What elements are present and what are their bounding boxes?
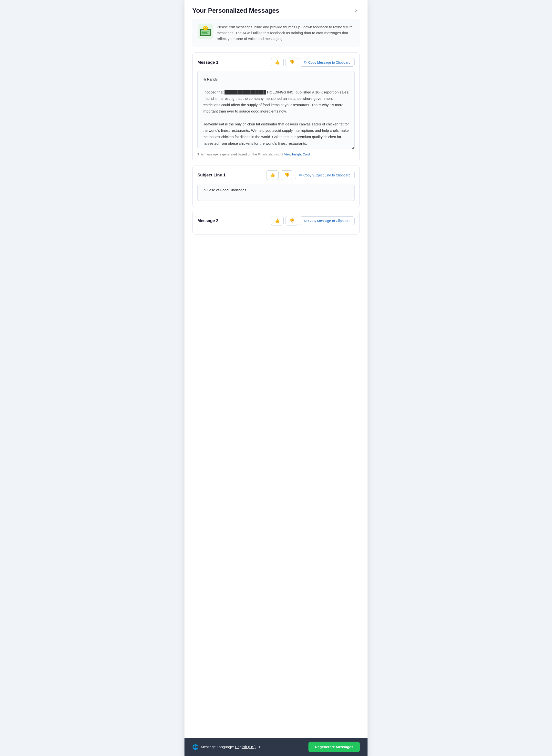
- message2-header: Message 2 👍 👎 ⧉ Copy Message to Clipboar…: [197, 216, 355, 228]
- svg-point-3: [203, 26, 208, 30]
- language-label: Message Language: English (US): [201, 745, 256, 749]
- regenerate-button[interactable]: Regenerate Messages: [308, 742, 360, 752]
- message2-copy-button[interactable]: ⧉ Copy Message to Clipboard: [300, 216, 355, 225]
- message1-textarea[interactable]: Hi Randy, I noticed that ███████████████…: [197, 71, 355, 149]
- subject1-copy-label: Copy Subject Line to Clipboard: [303, 173, 351, 177]
- close-button[interactable]: ×: [353, 7, 360, 14]
- thumbup-icon: 👍: [270, 172, 275, 178]
- insight-note: This message is generated based on the F…: [197, 153, 355, 156]
- svg-rect-10: [201, 33, 209, 34]
- subject1-textarea[interactable]: In Case of Food Shortages…: [197, 184, 355, 201]
- info-banner: Please edit messages inline and provide …: [192, 19, 360, 47]
- subject1-section: Subject Line 1 👍 👎 ⧉ Copy Subject Line t…: [192, 165, 360, 207]
- language-value: English (US): [235, 745, 256, 749]
- subject1-copy-button[interactable]: ⧉ Copy Subject Line to Clipboard: [295, 171, 355, 179]
- view-insight-link[interactable]: View Insight Card: [284, 153, 310, 156]
- copy-icon: ⧉: [299, 173, 302, 177]
- svg-point-7: [206, 27, 207, 28]
- message1-actions: 👍 👎 ⧉ Copy Message to Clipboard: [271, 57, 355, 67]
- message1-label: Message 1: [197, 60, 219, 65]
- thumbup-icon: 👍: [275, 218, 280, 223]
- modal-content: Please edit messages inline and provide …: [184, 19, 368, 756]
- message2-actions: 👍 👎 ⧉ Copy Message to Clipboard: [271, 216, 355, 225]
- message1-header: Message 1 👍 👎 ⧉ Copy Message to Clipboar…: [197, 57, 355, 67]
- language-selector[interactable]: 🌐 Message Language: English (US) ▼: [192, 744, 261, 750]
- thumbup-icon: 👍: [275, 60, 280, 65]
- modal-footer: 🌐 Message Language: English (US) ▼ Regen…: [184, 738, 368, 756]
- svg-point-6: [204, 27, 205, 28]
- subject1-thumbup-button[interactable]: 👍: [266, 170, 279, 180]
- modal-header: Your Personalized Messages ×: [184, 0, 368, 19]
- chevron-down-icon: ▼: [258, 745, 261, 749]
- modal-title: Your Personalized Messages: [192, 7, 279, 14]
- message1-thumbdown-button[interactable]: 👎: [285, 57, 298, 67]
- message1-copy-button[interactable]: ⧉ Copy Message to Clipboard: [300, 58, 355, 66]
- message1-section: Message 1 👍 👎 ⧉ Copy Message to Clipboar…: [192, 52, 360, 161]
- message2-label: Message 2: [197, 218, 219, 223]
- subject1-header: Subject Line 1 👍 👎 ⧉ Copy Subject Line t…: [197, 170, 355, 180]
- message2-thumbup-button[interactable]: 👍: [271, 216, 284, 225]
- ai-icon: [198, 24, 213, 39]
- thumbdown-icon: 👎: [289, 218, 294, 223]
- message2-copy-label: Copy Message to Clipboard: [308, 219, 351, 223]
- copy-icon: ⧉: [304, 60, 306, 64]
- subject1-label: Subject Line 1: [197, 173, 226, 178]
- thumbdown-icon: 👎: [284, 172, 289, 178]
- svg-rect-9: [201, 32, 208, 33]
- thumbdown-icon: 👎: [289, 60, 294, 65]
- message1-thumbup-button[interactable]: 👍: [271, 57, 284, 67]
- info-banner-text: Please edit messages inline and provide …: [217, 24, 354, 42]
- insight-note-text: This message is generated based on the F…: [197, 153, 283, 156]
- globe-icon: 🌐: [192, 744, 198, 750]
- modal: Your Personalized Messages ×: [184, 0, 368, 756]
- subject1-actions: 👍 👎 ⧉ Copy Subject Line to Clipboard: [266, 170, 355, 180]
- copy-icon: ⧉: [304, 219, 306, 223]
- subject1-thumbdown-button[interactable]: 👎: [281, 170, 293, 180]
- message2-thumbdown-button[interactable]: 👎: [285, 216, 298, 225]
- message2-section: Message 2 👍 👎 ⧉ Copy Message to Clipboar…: [192, 211, 360, 235]
- message1-copy-label: Copy Message to Clipboard: [308, 60, 351, 64]
- svg-rect-8: [201, 31, 210, 31]
